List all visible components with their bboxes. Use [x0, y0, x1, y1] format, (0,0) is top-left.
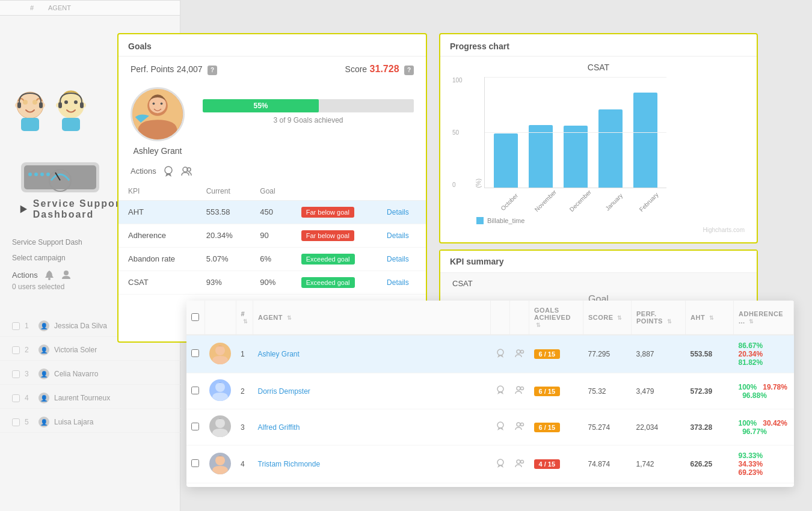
row-perf-points: 3,139 [632, 483, 686, 488]
row-name[interactable]: Dorris Dempster [253, 373, 491, 409]
x-label: January [603, 191, 625, 213]
actions-row: Actions [118, 161, 426, 182]
bg-agent-name: Luisa Lajara [54, 418, 93, 426]
kpi-details[interactable]: Details [377, 247, 426, 271]
row-rank: 4 [236, 445, 253, 483]
award-icon[interactable] [162, 165, 174, 177]
bars-grid [484, 77, 666, 188]
row-award-icon[interactable] [491, 445, 510, 483]
kpi-table: KPI Current Goal AHT 553.58 450 Far belo… [118, 182, 426, 295]
avatar-svg [132, 87, 183, 141]
agents-table-body: 1 Ashley Grant 6 / 15 77.295 3,887 553.5… [186, 335, 794, 487]
th-kpi: KPI [118, 182, 197, 201]
row-checkbox[interactable] [191, 387, 199, 394]
row-group-icon[interactable] [510, 483, 529, 488]
row-checkbox[interactable] [191, 459, 199, 467]
row-adherence-cols: 100% 30.42% 96.77% [734, 409, 794, 445]
chart-subtitle: CSAT [452, 63, 745, 72]
row-checkbox-cell [186, 335, 205, 373]
row-aht: 572.09 [686, 483, 734, 488]
kpi-row: AHT 553.58 450 Far below goal Details [118, 200, 426, 224]
row-goals-achieved: 6 / 15 [529, 409, 583, 445]
row-award-icon[interactable] [491, 335, 510, 373]
svg-point-11 [74, 100, 78, 104]
bg-row-checkbox[interactable] [12, 322, 20, 330]
perf-points-section: Perf. Points 24,007 ? [131, 64, 217, 75]
bg-agent-icon: 👤 [38, 417, 49, 427]
svg-point-19 [28, 173, 32, 176]
svg-point-35 [215, 346, 225, 355]
row-award-icon[interactable] [491, 373, 510, 409]
select-all-checkbox[interactable] [191, 313, 199, 321]
bg-row-checkbox[interactable] [12, 346, 20, 354]
row-aht: 373.28 [686, 409, 734, 445]
svg-point-47 [517, 423, 520, 426]
svg-point-21 [40, 173, 44, 176]
score-section: Score 31.728 ? [345, 64, 414, 75]
svg-point-46 [497, 422, 503, 428]
goals-achieved-label: 3 of 9 Goals achieved [203, 116, 414, 124]
kpi-badge: Exceeded goal [292, 247, 377, 271]
bg-table-header: # AGENT [0, 0, 180, 16]
chart-content: (%) OctoberNovemberDecemberJanuaryFebrua… [470, 77, 745, 212]
bg-row-checkbox[interactable] [12, 370, 20, 378]
row-rank: 3 [236, 409, 253, 445]
bar-fill [529, 125, 553, 188]
row-group-icon[interactable] [510, 409, 529, 445]
kpi-details[interactable]: Details [377, 224, 426, 247]
users-selected-label: 0 users selected [12, 283, 64, 291]
y-axis-label: (%) [475, 179, 482, 188]
row-award-icon[interactable] [491, 409, 510, 445]
agent-row: 4 Tristam Richmonde 4 / 15 74.874 1,742 … [186, 445, 794, 483]
svg-point-45 [215, 418, 225, 428]
kpi-goal: 90% [250, 271, 291, 294]
row-group-icon[interactable] [510, 373, 529, 409]
bg-agent-row: 3 👤 Celia Navarro [0, 364, 180, 385]
row-checkbox[interactable] [191, 349, 199, 357]
bg-rank: 4 [25, 394, 34, 402]
perf-points-label: Perf. Points [131, 64, 174, 74]
row-group-icon[interactable] [510, 335, 529, 373]
score-help[interactable]: ? [404, 66, 414, 75]
row-avatar [205, 445, 236, 483]
x-labels: OctoberNovemberDecemberJanuaryFebruary [482, 188, 745, 212]
kpi-details[interactable]: Details [377, 200, 426, 224]
y-axis-labels: 100 50 0 [452, 77, 463, 188]
mascot-2 [53, 90, 89, 132]
row-award-icon[interactable] [491, 483, 510, 488]
playvox-logo-icon [18, 203, 29, 215]
kpi-current: 93% [197, 271, 251, 294]
row-name[interactable]: Karina Mithun [253, 483, 491, 488]
perf-points-help[interactable]: ? [208, 66, 217, 75]
th-adherence: ADHERENCE ... ⇅ [734, 301, 794, 335]
bg-agent-name: Victoria Soler [54, 346, 97, 354]
group-icon[interactable] [180, 165, 192, 177]
chart-bar [494, 133, 518, 188]
row-name[interactable]: Alfred Griffith [253, 409, 491, 445]
row-name[interactable]: Ashley Grant [253, 335, 491, 373]
svg-point-24 [48, 278, 51, 280]
bg-row-checkbox[interactable] [12, 418, 20, 426]
row-group-icon[interactable] [510, 445, 529, 483]
svg-point-52 [517, 460, 520, 464]
table-scroll-container[interactable]: # ⇅ AGENT ⇅ GOALS ACHIEVED ⇅ SCORE ⇅ PER… [186, 301, 794, 487]
row-checkbox[interactable] [191, 423, 199, 430]
row-checkbox-cell [186, 445, 205, 483]
svg-point-31 [165, 167, 172, 174]
svg-point-41 [497, 386, 503, 392]
row-name[interactable]: Tristam Richmonde [253, 445, 491, 483]
bg-agent-icon: 👤 [38, 393, 49, 403]
agent-row: 3 Alfred Griffith 6 / 15 75.274 22,034 3… [186, 409, 794, 445]
kpi-row: Adherence 20.34% 90 Far below goal Detai… [118, 224, 426, 247]
svg-point-29 [153, 102, 155, 105]
svg-point-42 [517, 387, 520, 390]
svg-point-22 [46, 173, 50, 176]
svg-point-43 [520, 387, 523, 390]
goals-header: Perf. Points 24,007 ? Score 31.728 ? [118, 57, 426, 82]
svg-point-51 [497, 459, 503, 465]
kpi-details[interactable]: Details [377, 271, 426, 294]
row-adherence-cols: 86.67% 20.34% 81.82% [734, 335, 794, 373]
bg-row-checkbox[interactable] [12, 394, 20, 402]
actions-label: Actions [12, 271, 38, 280]
row-adherence-cols: 100% 19.78% 96.88% [734, 373, 794, 409]
